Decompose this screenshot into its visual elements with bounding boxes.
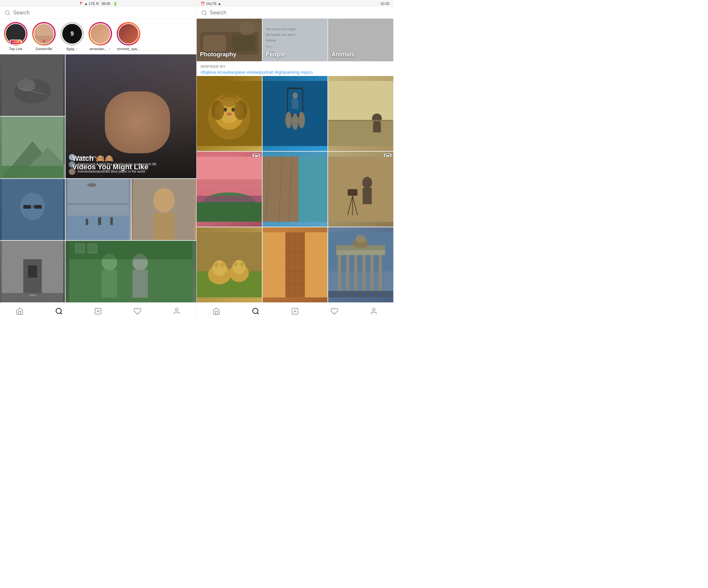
nav-heart-right[interactable] [327,304,342,318]
svg-rect-82 [263,81,328,146]
category-tile-animals[interactable]: Animals [328,19,393,61]
bottom-nav-left [0,302,196,319]
story-item-emmett-spa[interactable]: emmett_spa... [117,22,140,51]
watch-overlay: Watch 🙈🙈 Videos You Might Like [72,154,148,172]
story-label-emmett-spa: emmett_spa... [117,47,140,51]
search-bar-left[interactable] [0,7,196,19]
photo-cell-lion-cubs[interactable] [197,227,262,302]
search-input-left[interactable] [13,10,192,16]
nav-profile-right[interactable] [366,304,381,318]
grid-cell-men-green[interactable] [65,241,196,302]
search-input-right[interactable] [210,10,389,16]
svg-rect-102 [298,157,327,222]
svg-rect-25 [153,213,175,240]
svg-point-73 [221,94,237,107]
grid-cell-flood-street[interactable]: ⬜ [65,179,130,241]
nav-add-right[interactable] [288,304,302,318]
svg-rect-123 [263,232,286,298]
left-panel: 📍 ▲ LTE R 08:00 🔋 LIVE Top Live [0,0,197,319]
nav-add-left[interactable] [91,304,105,318]
status-icons-right: ⏰ VoLTE ▲ [201,2,221,6]
svg-rect-85 [328,120,393,146]
svg-rect-14 [34,205,41,208]
nav-home-left[interactable] [12,304,27,318]
search-bar-right[interactable] [197,7,393,19]
grid-cell-bird[interactable] [0,54,65,116]
category-tile-people[interactable]: The more you weigh, the harder you are t… [263,19,328,61]
story-label-top-live: Top Live [9,47,23,51]
status-bar-left: 📍 ▲ LTE R 08:00 🔋 [0,0,196,7]
svg-point-120 [240,262,244,267]
search-icon-left [5,10,10,16]
category-tile-photography[interactable]: Photography [197,19,262,61]
photo-cell-person-landscape[interactable] [328,76,393,151]
svg-point-119 [234,262,238,267]
status-time-right: 10:25 [380,2,389,6]
photo-cell-lion[interactable] [197,76,262,151]
story-item-9gag[interactable]: 9 9gag ✓ [60,22,84,51]
svg-rect-133 [338,252,341,291]
category-tiles: Photography The more you weigh, the hard… [197,19,393,61]
grid-cell-building-entrance[interactable] [0,241,65,302]
svg-rect-30 [30,295,36,297]
nav-search-left[interactable] [52,304,66,318]
inspired-label: INSPIRED BY [201,65,389,68]
svg-rect-22 [111,217,113,225]
story-label-amandac: amandac... ✓ [89,47,111,51]
nav-profile-left[interactable] [170,304,184,318]
svg-point-24 [153,188,175,213]
search-icon-right [201,10,207,16]
svg-rect-38 [88,244,97,253]
story-item-somerville[interactable]: 📍 Somerville [32,22,56,51]
svg-rect-134 [346,252,349,291]
nav-home-right[interactable] [209,304,224,318]
svg-rect-28 [28,265,37,278]
svg-point-144 [253,308,258,313]
svg-rect-107 [348,189,358,196]
svg-rect-29 [2,293,63,302]
photo-cell-cliff-water[interactable] [263,152,328,227]
svg-rect-84 [328,81,393,120]
svg-point-115 [214,262,218,268]
svg-rect-20 [86,219,88,225]
battery-icon-left: 🔋 [113,2,118,6]
grid-cell-man-sunglasses[interactable] [0,179,65,241]
svg-line-1 [8,14,9,15]
svg-line-46 [205,14,206,15]
photo-cell-coastal-landscape[interactable] [197,152,262,227]
svg-rect-138 [379,252,382,291]
story-item-amandac[interactable]: amandac... ✓ [88,22,112,51]
story-item-top-live[interactable]: LIVE Top Live [4,22,28,51]
svg-point-68 [224,109,226,111]
svg-rect-143 [328,291,393,298]
svg-point-142 [356,235,366,243]
svg-point-116 [220,262,225,268]
grid-cell-live-video[interactable]: ermansamira_ Pie iliassnouach A thlali f… [65,54,196,178]
svg-point-86 [372,114,382,123]
svg-point-0 [5,10,9,14]
nav-heart-left[interactable] [130,304,145,318]
photo-cell-gate-building[interactable] [328,227,393,302]
svg-rect-136 [362,252,366,291]
svg-rect-106 [363,188,372,205]
nav-search-right[interactable] [248,304,263,318]
photo-cell-rock-formation[interactable] [263,227,328,302]
story-label-9gag: 9gag ✓ [66,47,78,51]
svg-point-44 [175,308,178,311]
svg-rect-94 [197,195,262,202]
photo-cell-woman-room[interactable] [328,152,393,227]
story-label-somerville: Somerville [35,47,52,51]
svg-rect-35 [132,270,148,298]
photo-cell-phone-hand[interactable] [263,76,328,151]
svg-point-69 [232,109,234,111]
grid-cell-mountain[interactable] [0,117,65,178]
grid-cell-shirtless-man[interactable]: ⬜ [131,179,196,241]
svg-rect-18 [67,204,129,205]
hashtags-row[interactable]: #fujilove #createexplore #streetportrait… [201,70,389,75]
category-label-animals: Animals [331,51,354,58]
svg-rect-91 [197,180,262,189]
svg-rect-10 [2,166,63,178]
svg-line-145 [257,312,259,314]
bottom-nav-right [197,302,393,319]
svg-point-114 [212,260,227,276]
